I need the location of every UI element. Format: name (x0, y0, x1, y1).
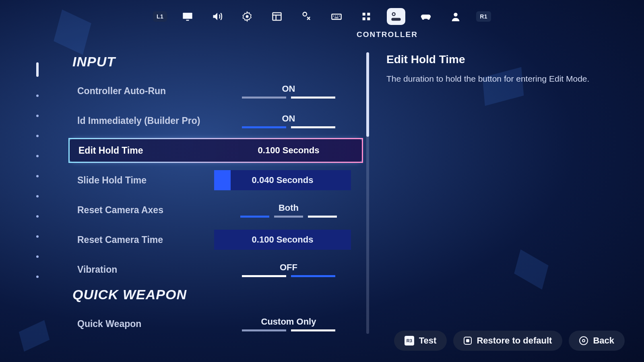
svg-point-11 (339, 16, 340, 16)
section-indicator-dot (36, 235, 39, 238)
svg-point-8 (333, 16, 334, 16)
tab-touch[interactable] (297, 8, 316, 25)
square-icon (464, 337, 472, 345)
setting-value: 0.100 Seconds (252, 234, 314, 245)
setting-value: Both (279, 203, 299, 213)
keyboard-icon (331, 11, 342, 22)
section-indicator-dot (36, 215, 39, 218)
setting-value: 0.100 Seconds (258, 145, 320, 156)
setting-label: Slide Hold Time (77, 175, 214, 186)
svg-point-17 (392, 13, 395, 16)
slider-box[interactable]: 0.100 Seconds (214, 230, 351, 250)
section-header-quick-weapon: QUICK WEAPON (72, 287, 363, 302)
speaker-icon (212, 11, 223, 22)
scrollbar-thumb[interactable] (366, 52, 369, 137)
person-icon (450, 11, 461, 22)
svg-rect-1 (186, 20, 189, 21)
setting-controller-auto-run[interactable]: Controller Auto-Run ON (68, 78, 363, 103)
setting-edit-hold-time[interactable]: Edit Hold Time 0.100 Seconds (68, 138, 363, 163)
section-indicator-current (36, 62, 39, 77)
circle-icon (579, 336, 588, 345)
setting-label: Quick Weapon (77, 319, 214, 329)
setting-label: Edit Hold Time (78, 145, 215, 156)
setting-value: Custom Only (261, 317, 316, 327)
monitor-icon (182, 11, 193, 22)
setting-value: ON (282, 84, 295, 94)
bg-accent (19, 320, 50, 352)
svg-point-6 (303, 12, 307, 16)
svg-rect-15 (363, 17, 365, 20)
svg-point-2 (246, 15, 249, 18)
button-label: Back (593, 335, 614, 346)
svg-rect-3 (273, 13, 281, 21)
setting-label: Reset Camera Time (77, 234, 214, 245)
setting-slide-hold-time[interactable]: Slide Hold Time 0.040 Seconds (68, 168, 363, 193)
setting-label: Vibration (77, 264, 214, 275)
tab-audio[interactable] (208, 8, 227, 25)
tab-controller-sensitivity[interactable] (387, 8, 405, 25)
tab-controller[interactable] (417, 8, 435, 25)
svg-rect-7 (332, 14, 341, 19)
svg-rect-16 (367, 17, 370, 20)
setting-reset-camera-axes[interactable]: Reset Camera Axes Both (68, 197, 363, 222)
svg-point-10 (337, 16, 338, 16)
tab-game[interactable] (238, 8, 256, 25)
setting-quick-weapon[interactable]: Quick Weapon Custom Only (68, 311, 363, 336)
svg-point-18 (454, 13, 458, 16)
section-indicator-dot (36, 115, 39, 117)
tab-display[interactable] (178, 8, 197, 25)
description-title: Edit Hold Time (386, 53, 612, 66)
gear-controller-icon (390, 11, 402, 22)
hand-gear-icon (301, 11, 312, 22)
bumper-right: R1 (476, 11, 491, 22)
svg-rect-14 (367, 13, 370, 16)
segmented-bar (242, 329, 335, 331)
settings-list: INPUT Controller Auto-Run ON ld Immediat… (68, 52, 363, 342)
section-indicator-dot (36, 95, 39, 97)
tab-ui[interactable] (268, 8, 286, 25)
restore-default-button[interactable]: Restore to default (453, 331, 562, 351)
description-panel: Edit Hold Time The duration to hold the … (386, 53, 612, 84)
segmented-bar (240, 216, 337, 218)
setting-vibration[interactable]: Vibration OFF (68, 257, 363, 282)
active-tab-label: CONTROLLER (65, 30, 644, 39)
tab-account[interactable] (446, 8, 465, 25)
setting-build-immediately[interactable]: ld Immediately (Builder Pro) ON (68, 108, 363, 133)
scrollbar-track[interactable] (366, 52, 369, 334)
toggle-bar (242, 97, 335, 99)
bumper-left: L1 (153, 11, 167, 22)
setting-show-diamond-delay[interactable]: Show Diamond Delay 1 Second (68, 341, 363, 342)
button-label: Restore to default (477, 335, 552, 346)
bg-accent (514, 249, 548, 290)
setting-value: 0.040 Seconds (252, 175, 314, 185)
back-button[interactable]: Back (569, 331, 625, 351)
section-indicator (36, 62, 39, 278)
slider-box[interactable]: 0.040 Seconds (214, 170, 351, 190)
section-indicator-dot (36, 195, 39, 197)
svg-point-9 (335, 16, 336, 16)
section-indicator-dot (36, 135, 39, 137)
setting-reset-camera-time[interactable]: Reset Camera Time 0.100 Seconds (68, 227, 363, 252)
grid-icon (361, 11, 372, 22)
controller-icon (420, 11, 431, 22)
button-label: Test (419, 335, 437, 346)
section-indicator-dot (36, 175, 39, 177)
tab-hud[interactable] (357, 8, 376, 25)
section-indicator-dot (36, 255, 39, 258)
top-tab-bar: L1 R1 (0, 8, 644, 25)
toggle-bar (242, 275, 335, 277)
setting-value: OFF (280, 262, 297, 273)
r3-icon: R3 (405, 336, 414, 346)
tab-keyboard[interactable] (327, 8, 346, 25)
setting-label: ld Immediately (Builder Pro) (77, 115, 214, 126)
section-header-input: INPUT (72, 54, 363, 70)
setting-value: ON (282, 113, 295, 124)
gear-icon (242, 11, 253, 22)
svg-rect-13 (363, 13, 365, 16)
description-body: The duration to hold the button for ente… (386, 73, 612, 84)
svg-rect-12 (335, 17, 339, 18)
test-button[interactable]: R3 Test (394, 331, 447, 351)
setting-label: Controller Auto-Run (77, 86, 214, 97)
layout-icon (271, 11, 283, 22)
footer-bar: R3 Test Restore to default Back (394, 331, 625, 351)
